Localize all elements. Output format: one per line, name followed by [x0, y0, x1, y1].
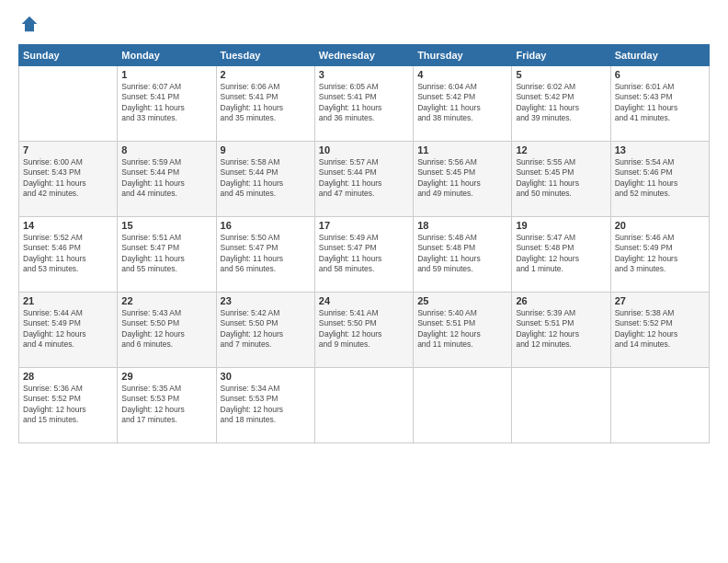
calendar-cell: 4Sunrise: 6:04 AM Sunset: 5:42 PM Daylig…: [414, 66, 512, 142]
calendar-cell: 18Sunrise: 5:48 AM Sunset: 5:48 PM Dayli…: [414, 217, 512, 293]
calendar-cell: [314, 368, 413, 443]
day-info: Sunrise: 6:05 AM Sunset: 5:41 PM Dayligh…: [319, 82, 409, 124]
calendar-cell: 29Sunrise: 5:35 AM Sunset: 5:53 PM Dayli…: [118, 368, 216, 443]
calendar-cell: 14Sunrise: 5:52 AM Sunset: 5:46 PM Dayli…: [19, 217, 118, 293]
day-number: 18: [417, 220, 507, 231]
calendar-cell: [610, 368, 709, 443]
calendar: SundayMondayTuesdayWednesdayThursdayFrid…: [18, 44, 710, 443]
day-info: Sunrise: 5:41 AM Sunset: 5:50 PM Dayligh…: [319, 308, 409, 350]
calendar-cell: 15Sunrise: 5:51 AM Sunset: 5:47 PM Dayli…: [118, 217, 216, 293]
day-info: Sunrise: 5:43 AM Sunset: 5:50 PM Dayligh…: [121, 308, 211, 350]
calendar-week-2: 7Sunrise: 6:00 AM Sunset: 5:43 PM Daylig…: [19, 142, 710, 217]
calendar-cell: 3Sunrise: 6:05 AM Sunset: 5:41 PM Daylig…: [314, 66, 413, 142]
day-info: Sunrise: 5:39 AM Sunset: 5:51 PM Dayligh…: [516, 308, 606, 350]
day-info: Sunrise: 6:01 AM Sunset: 5:43 PM Dayligh…: [615, 82, 705, 124]
day-info: Sunrise: 5:44 AM Sunset: 5:49 PM Dayligh…: [23, 308, 113, 350]
day-info: Sunrise: 5:54 AM Sunset: 5:46 PM Dayligh…: [615, 157, 705, 200]
calendar-header-monday: Monday: [118, 45, 216, 66]
calendar-cell: 1Sunrise: 6:07 AM Sunset: 5:41 PM Daylig…: [118, 66, 216, 142]
day-info: Sunrise: 5:57 AM Sunset: 5:44 PM Dayligh…: [319, 157, 409, 200]
day-number: 22: [121, 295, 211, 306]
calendar-header-saturday: Saturday: [610, 45, 709, 66]
day-number: 28: [23, 371, 113, 382]
day-number: 19: [516, 220, 606, 231]
day-info: Sunrise: 5:38 AM Sunset: 5:52 PM Dayligh…: [615, 308, 705, 350]
day-number: 29: [121, 371, 211, 382]
day-info: Sunrise: 5:56 AM Sunset: 5:45 PM Dayligh…: [417, 157, 507, 200]
calendar-header-tuesday: Tuesday: [216, 45, 314, 66]
calendar-cell: 26Sunrise: 5:39 AM Sunset: 5:51 PM Dayli…: [512, 293, 610, 368]
calendar-cell: 28Sunrise: 5:36 AM Sunset: 5:52 PM Dayli…: [19, 368, 118, 443]
day-number: 5: [516, 69, 606, 80]
day-number: 21: [23, 295, 113, 306]
calendar-cell: 8Sunrise: 5:59 AM Sunset: 5:44 PM Daylig…: [118, 142, 216, 217]
day-info: Sunrise: 5:42 AM Sunset: 5:50 PM Dayligh…: [221, 308, 311, 350]
day-number: 20: [615, 220, 705, 231]
day-info: Sunrise: 5:48 AM Sunset: 5:48 PM Dayligh…: [417, 233, 507, 275]
day-info: Sunrise: 5:51 AM Sunset: 5:47 PM Dayligh…: [121, 233, 211, 275]
day-number: 26: [516, 295, 606, 306]
logo: [18, 15, 39, 33]
calendar-cell: 12Sunrise: 5:55 AM Sunset: 5:45 PM Dayli…: [512, 142, 610, 217]
calendar-cell: 7Sunrise: 6:00 AM Sunset: 5:43 PM Daylig…: [19, 142, 118, 217]
calendar-cell: 19Sunrise: 5:47 AM Sunset: 5:48 PM Dayli…: [512, 217, 610, 293]
calendar-week-1: 1Sunrise: 6:07 AM Sunset: 5:41 PM Daylig…: [19, 66, 710, 142]
calendar-week-3: 14Sunrise: 5:52 AM Sunset: 5:46 PM Dayli…: [19, 217, 710, 293]
calendar-cell: 10Sunrise: 5:57 AM Sunset: 5:44 PM Dayli…: [314, 142, 413, 217]
day-number: 6: [615, 69, 705, 80]
calendar-cell: 30Sunrise: 5:34 AM Sunset: 5:53 PM Dayli…: [216, 368, 314, 443]
day-info: Sunrise: 6:00 AM Sunset: 5:43 PM Dayligh…: [23, 157, 113, 200]
calendar-header-thursday: Thursday: [414, 45, 512, 66]
day-info: Sunrise: 5:52 AM Sunset: 5:46 PM Dayligh…: [23, 233, 113, 275]
day-info: Sunrise: 5:47 AM Sunset: 5:48 PM Dayligh…: [516, 233, 606, 275]
day-number: 1: [121, 69, 211, 80]
day-number: 8: [121, 144, 211, 155]
day-info: Sunrise: 5:40 AM Sunset: 5:51 PM Dayligh…: [417, 308, 507, 350]
calendar-cell: 20Sunrise: 5:46 AM Sunset: 5:49 PM Dayli…: [610, 217, 709, 293]
day-number: 9: [221, 144, 311, 155]
calendar-cell: 22Sunrise: 5:43 AM Sunset: 5:50 PM Dayli…: [118, 293, 216, 368]
day-number: 13: [615, 144, 705, 155]
day-info: Sunrise: 6:06 AM Sunset: 5:41 PM Dayligh…: [221, 82, 311, 124]
day-info: Sunrise: 5:34 AM Sunset: 5:53 PM Dayligh…: [221, 384, 311, 426]
day-info: Sunrise: 6:02 AM Sunset: 5:42 PM Dayligh…: [516, 82, 606, 124]
day-info: Sunrise: 5:46 AM Sunset: 5:49 PM Dayligh…: [615, 233, 705, 275]
calendar-cell: 21Sunrise: 5:44 AM Sunset: 5:49 PM Dayli…: [19, 293, 118, 368]
calendar-week-5: 28Sunrise: 5:36 AM Sunset: 5:52 PM Dayli…: [19, 368, 710, 443]
day-number: 17: [319, 220, 409, 231]
calendar-cell: 27Sunrise: 5:38 AM Sunset: 5:52 PM Dayli…: [610, 293, 709, 368]
day-info: Sunrise: 5:55 AM Sunset: 5:45 PM Dayligh…: [516, 157, 606, 200]
calendar-cell: 9Sunrise: 5:58 AM Sunset: 5:44 PM Daylig…: [216, 142, 314, 217]
day-number: 3: [319, 69, 409, 80]
day-number: 2: [221, 69, 311, 80]
calendar-header-row: SundayMondayTuesdayWednesdayThursdayFrid…: [19, 45, 710, 66]
calendar-header-sunday: Sunday: [19, 45, 118, 66]
calendar-week-4: 21Sunrise: 5:44 AM Sunset: 5:49 PM Dayli…: [19, 293, 710, 368]
calendar-cell: 17Sunrise: 5:49 AM Sunset: 5:47 PM Dayli…: [314, 217, 413, 293]
logo-icon: [20, 15, 39, 33]
day-number: 11: [417, 144, 507, 155]
day-number: 14: [23, 220, 113, 231]
day-number: 10: [319, 144, 409, 155]
day-info: Sunrise: 5:59 AM Sunset: 5:44 PM Dayligh…: [121, 157, 211, 200]
day-info: Sunrise: 5:49 AM Sunset: 5:47 PM Dayligh…: [319, 233, 409, 275]
calendar-cell: 25Sunrise: 5:40 AM Sunset: 5:51 PM Dayli…: [414, 293, 512, 368]
logo-text: [18, 15, 39, 33]
day-info: Sunrise: 5:50 AM Sunset: 5:47 PM Dayligh…: [221, 233, 311, 275]
day-number: 12: [516, 144, 606, 155]
calendar-header-friday: Friday: [512, 45, 610, 66]
day-number: 7: [23, 144, 113, 155]
calendar-cell: 23Sunrise: 5:42 AM Sunset: 5:50 PM Dayli…: [216, 293, 314, 368]
day-info: Sunrise: 6:07 AM Sunset: 5:41 PM Dayligh…: [121, 82, 211, 124]
day-number: 4: [417, 69, 507, 80]
day-info: Sunrise: 5:36 AM Sunset: 5:52 PM Dayligh…: [23, 384, 113, 426]
calendar-header-wednesday: Wednesday: [314, 45, 413, 66]
calendar-cell: 11Sunrise: 5:56 AM Sunset: 5:45 PM Dayli…: [414, 142, 512, 217]
header: [18, 15, 710, 33]
calendar-cell: [512, 368, 610, 443]
day-number: 25: [417, 295, 507, 306]
day-number: 16: [221, 220, 311, 231]
day-number: 24: [319, 295, 409, 306]
day-info: Sunrise: 5:58 AM Sunset: 5:44 PM Dayligh…: [221, 157, 311, 200]
day-number: 23: [221, 295, 311, 306]
